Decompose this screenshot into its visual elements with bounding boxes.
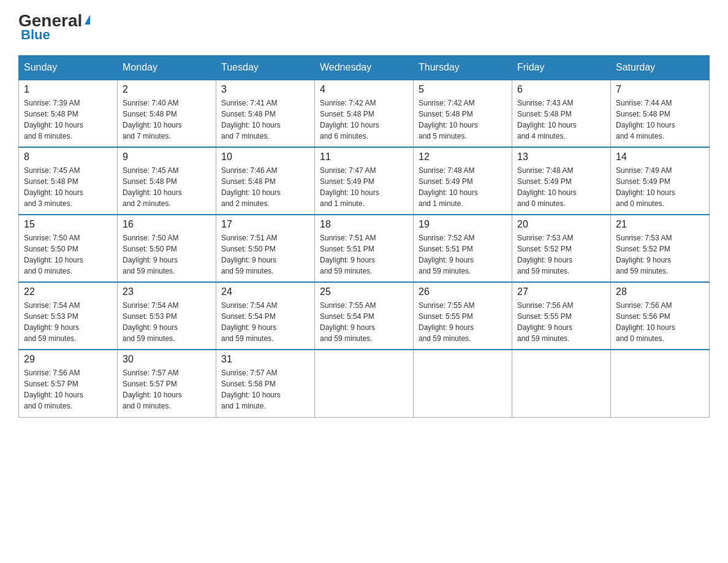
week-row-3: 15Sunrise: 7:50 AMSunset: 5:50 PMDayligh… <box>19 215 710 282</box>
calendar-cell: 22Sunrise: 7:54 AMSunset: 5:53 PMDayligh… <box>19 282 118 350</box>
calendar-cell: 11Sunrise: 7:47 AMSunset: 5:49 PMDayligh… <box>315 147 414 215</box>
day-number: 24 <box>221 286 309 297</box>
day-number: 12 <box>419 151 507 163</box>
day-number: 10 <box>221 151 309 163</box>
day-number: 31 <box>221 354 309 365</box>
calendar-cell: 14Sunrise: 7:49 AMSunset: 5:49 PMDayligh… <box>611 147 710 215</box>
day-detail: Sunrise: 7:54 AMSunset: 5:54 PMDaylight:… <box>221 300 309 344</box>
calendar-cell: 15Sunrise: 7:50 AMSunset: 5:50 PMDayligh… <box>19 215 118 282</box>
col-saturday: Saturday <box>611 56 710 80</box>
day-number: 13 <box>517 151 605 163</box>
day-detail: Sunrise: 7:45 AMSunset: 5:48 PMDaylight:… <box>123 165 211 209</box>
day-number: 2 <box>123 84 211 95</box>
day-detail: Sunrise: 7:39 AMSunset: 5:48 PMDaylight:… <box>24 98 112 142</box>
calendar-cell: 17Sunrise: 7:51 AMSunset: 5:50 PMDayligh… <box>216 215 315 282</box>
day-number: 23 <box>123 286 211 297</box>
day-detail: Sunrise: 7:54 AMSunset: 5:53 PMDaylight:… <box>123 300 211 344</box>
day-detail: Sunrise: 7:49 AMSunset: 5:49 PMDaylight:… <box>616 165 704 209</box>
calendar-cell: 29Sunrise: 7:56 AMSunset: 5:57 PMDayligh… <box>19 350 118 417</box>
day-number: 9 <box>123 151 211 163</box>
day-number: 8 <box>24 151 112 163</box>
week-row-2: 8Sunrise: 7:45 AMSunset: 5:48 PMDaylight… <box>19 147 710 215</box>
day-detail: Sunrise: 7:57 AMSunset: 5:57 PMDaylight:… <box>123 367 211 412</box>
header-row: Sunday Monday Tuesday Wednesday Thursday… <box>19 56 710 80</box>
calendar-cell: 12Sunrise: 7:48 AMSunset: 5:49 PMDayligh… <box>414 147 512 215</box>
day-number: 22 <box>24 286 112 297</box>
calendar-cell: 27Sunrise: 7:56 AMSunset: 5:55 PMDayligh… <box>512 282 611 350</box>
calendar-cell: 13Sunrise: 7:48 AMSunset: 5:49 PMDayligh… <box>512 147 611 215</box>
day-number: 30 <box>123 354 211 365</box>
calendar-cell: 31Sunrise: 7:57 AMSunset: 5:58 PMDayligh… <box>216 350 315 417</box>
day-detail: Sunrise: 7:43 AMSunset: 5:48 PMDaylight:… <box>517 98 605 142</box>
week-row-5: 29Sunrise: 7:56 AMSunset: 5:57 PMDayligh… <box>19 350 710 417</box>
day-number: 1 <box>24 84 112 95</box>
calendar-cell: 6Sunrise: 7:43 AMSunset: 5:48 PMDaylight… <box>512 80 611 147</box>
calendar-cell: 7Sunrise: 7:44 AMSunset: 5:48 PMDaylight… <box>611 80 710 147</box>
day-detail: Sunrise: 7:48 AMSunset: 5:49 PMDaylight:… <box>517 165 605 209</box>
calendar-cell: 30Sunrise: 7:57 AMSunset: 5:57 PMDayligh… <box>118 350 216 417</box>
day-number: 14 <box>616 151 704 163</box>
day-number: 3 <box>221 84 309 95</box>
logo-triangle-icon <box>85 15 90 25</box>
calendar-table: Sunday Monday Tuesday Wednesday Thursday… <box>18 55 710 418</box>
col-thursday: Thursday <box>414 56 512 80</box>
day-detail: Sunrise: 7:54 AMSunset: 5:53 PMDaylight:… <box>24 300 112 344</box>
col-wednesday: Wednesday <box>315 56 414 80</box>
day-detail: Sunrise: 7:52 AMSunset: 5:51 PMDaylight:… <box>419 232 507 277</box>
logo: General Blue <box>18 12 90 43</box>
calendar-cell: 24Sunrise: 7:54 AMSunset: 5:54 PMDayligh… <box>216 282 315 350</box>
calendar-cell: 4Sunrise: 7:42 AMSunset: 5:48 PMDaylight… <box>315 80 414 147</box>
day-detail: Sunrise: 7:50 AMSunset: 5:50 PMDaylight:… <box>24 232 112 277</box>
day-detail: Sunrise: 7:47 AMSunset: 5:49 PMDaylight:… <box>320 165 408 209</box>
calendar-cell: 18Sunrise: 7:51 AMSunset: 5:51 PMDayligh… <box>315 215 414 282</box>
calendar-cell: 5Sunrise: 7:42 AMSunset: 5:48 PMDaylight… <box>414 80 512 147</box>
week-row-1: 1Sunrise: 7:39 AMSunset: 5:48 PMDaylight… <box>19 80 710 147</box>
day-detail: Sunrise: 7:56 AMSunset: 5:55 PMDaylight:… <box>517 300 605 344</box>
day-detail: Sunrise: 7:45 AMSunset: 5:48 PMDaylight:… <box>24 165 112 209</box>
day-number: 11 <box>320 151 408 163</box>
day-detail: Sunrise: 7:42 AMSunset: 5:48 PMDaylight:… <box>419 98 507 142</box>
day-number: 7 <box>616 84 704 95</box>
day-detail: Sunrise: 7:57 AMSunset: 5:58 PMDaylight:… <box>221 367 309 412</box>
logo-blue-text: Blue <box>21 27 50 43</box>
day-detail: Sunrise: 7:55 AMSunset: 5:54 PMDaylight:… <box>320 300 408 344</box>
day-detail: Sunrise: 7:53 AMSunset: 5:52 PMDaylight:… <box>517 232 605 277</box>
calendar-cell <box>512 350 611 417</box>
calendar-cell: 8Sunrise: 7:45 AMSunset: 5:48 PMDaylight… <box>19 147 118 215</box>
day-number: 5 <box>419 84 507 95</box>
day-detail: Sunrise: 7:50 AMSunset: 5:50 PMDaylight:… <box>123 232 211 277</box>
day-number: 27 <box>517 286 605 297</box>
day-number: 25 <box>320 286 408 297</box>
calendar-cell: 25Sunrise: 7:55 AMSunset: 5:54 PMDayligh… <box>315 282 414 350</box>
calendar-cell <box>611 350 710 417</box>
day-number: 16 <box>123 219 211 230</box>
calendar-cell <box>414 350 512 417</box>
day-detail: Sunrise: 7:48 AMSunset: 5:49 PMDaylight:… <box>419 165 507 209</box>
day-detail: Sunrise: 7:56 AMSunset: 5:56 PMDaylight:… <box>616 300 704 344</box>
day-number: 29 <box>24 354 112 365</box>
calendar-cell: 20Sunrise: 7:53 AMSunset: 5:52 PMDayligh… <box>512 215 611 282</box>
calendar-cell: 16Sunrise: 7:50 AMSunset: 5:50 PMDayligh… <box>118 215 216 282</box>
calendar-cell: 3Sunrise: 7:41 AMSunset: 5:48 PMDaylight… <box>216 80 315 147</box>
day-detail: Sunrise: 7:56 AMSunset: 5:57 PMDaylight:… <box>24 367 112 412</box>
calendar-cell: 9Sunrise: 7:45 AMSunset: 5:48 PMDaylight… <box>118 147 216 215</box>
calendar-cell: 10Sunrise: 7:46 AMSunset: 5:48 PMDayligh… <box>216 147 315 215</box>
day-detail: Sunrise: 7:53 AMSunset: 5:52 PMDaylight:… <box>616 232 704 277</box>
col-friday: Friday <box>512 56 611 80</box>
calendar-cell: 1Sunrise: 7:39 AMSunset: 5:48 PMDaylight… <box>19 80 118 147</box>
day-detail: Sunrise: 7:51 AMSunset: 5:51 PMDaylight:… <box>320 232 408 277</box>
day-detail: Sunrise: 7:55 AMSunset: 5:55 PMDaylight:… <box>419 300 507 344</box>
day-number: 19 <box>419 219 507 230</box>
day-detail: Sunrise: 7:46 AMSunset: 5:48 PMDaylight:… <box>221 165 309 209</box>
day-number: 20 <box>517 219 605 230</box>
day-detail: Sunrise: 7:40 AMSunset: 5:48 PMDaylight:… <box>123 98 211 142</box>
day-number: 18 <box>320 219 408 230</box>
calendar-cell: 23Sunrise: 7:54 AMSunset: 5:53 PMDayligh… <box>118 282 216 350</box>
day-detail: Sunrise: 7:41 AMSunset: 5:48 PMDaylight:… <box>221 98 309 142</box>
day-detail: Sunrise: 7:42 AMSunset: 5:48 PMDaylight:… <box>320 98 408 142</box>
calendar-cell <box>315 350 414 417</box>
day-number: 6 <box>517 84 605 95</box>
day-number: 4 <box>320 84 408 95</box>
day-detail: Sunrise: 7:44 AMSunset: 5:48 PMDaylight:… <box>616 98 704 142</box>
col-tuesday: Tuesday <box>216 56 315 80</box>
